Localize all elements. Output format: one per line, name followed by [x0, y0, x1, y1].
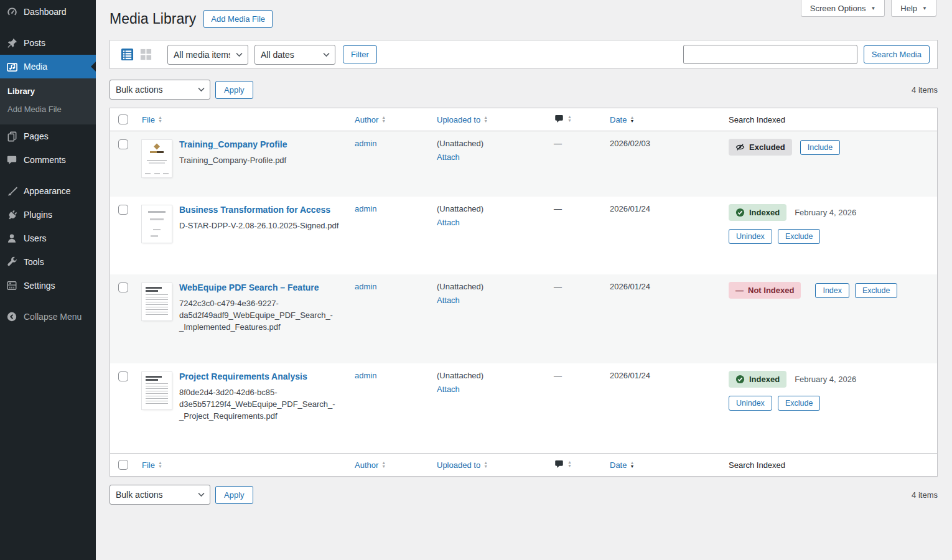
- sidebar-item-tools[interactable]: Tools: [0, 250, 96, 274]
- sort-comments-header[interactable]: ▲▼: [554, 114, 572, 124]
- author-link[interactable]: admin: [355, 282, 376, 291]
- sidebar-item-label: Appearance: [24, 186, 71, 196]
- grid-view-icon[interactable]: [139, 48, 152, 62]
- file-name: 7242c3c0-c479-4e36-9227-da5d2f49adf9_Web…: [142, 297, 346, 333]
- pages-icon: [6, 130, 18, 142]
- comments-icon: [6, 154, 18, 166]
- row-checkbox[interactable]: [118, 282, 128, 292]
- exclude-button[interactable]: Exclude: [855, 283, 897, 298]
- file-thumbnail[interactable]: [142, 205, 172, 243]
- exclude-button[interactable]: Exclude: [778, 396, 820, 411]
- brush-icon: [6, 185, 18, 197]
- sort-comments-header[interactable]: ▲▼: [554, 459, 572, 469]
- sort-date-header[interactable]: Date ▲▼: [610, 460, 634, 470]
- search-input[interactable]: [683, 45, 857, 64]
- author-link[interactable]: admin: [355, 139, 376, 148]
- sidebar-item-posts[interactable]: Posts: [0, 31, 96, 55]
- select-all-checkbox[interactable]: [118, 114, 128, 124]
- file-thumbnail[interactable]: [142, 372, 172, 409]
- sort-arrows-icon: ▲▼: [381, 461, 386, 469]
- sort-author-header[interactable]: Author ▲▼: [355, 460, 386, 470]
- table-footer: File ▲▼ Author ▲▼ Uploaded to ▲▼: [110, 453, 937, 476]
- table-row: Project Requirements Analysis 8f0de2d4-3…: [110, 363, 937, 453]
- row-checkbox[interactable]: [118, 371, 128, 381]
- comments-count: —: [554, 282, 562, 291]
- attach-link[interactable]: Attach: [437, 152, 460, 162]
- unindex-button[interactable]: Unindex: [729, 396, 772, 411]
- date-value: 2026/02/03: [610, 139, 650, 148]
- wrench-icon: [6, 256, 18, 268]
- attach-link[interactable]: Attach: [437, 296, 460, 305]
- sidebar-item-add-media-file[interactable]: Add Media File: [0, 100, 96, 118]
- sort-arrows-icon: ▲▼: [630, 116, 634, 123]
- sort-file-header[interactable]: File ▲▼: [142, 460, 162, 470]
- sidebar-item-plugins[interactable]: Plugins: [0, 203, 96, 226]
- sidebar-item-label: Plugins: [24, 210, 52, 220]
- sort-arrows-icon: ▲▼: [381, 116, 386, 123]
- sidebar-item-settings[interactable]: Settings: [0, 274, 96, 297]
- exclude-button[interactable]: Exclude: [778, 229, 820, 244]
- help-button[interactable]: Help ▼: [891, 0, 936, 17]
- attach-link[interactable]: Attach: [437, 218, 460, 227]
- author-link[interactable]: admin: [355, 204, 376, 213]
- sidebar-item-pages[interactable]: Pages: [0, 124, 96, 148]
- collapse-icon: [6, 310, 18, 323]
- status-badge-indexed: Indexed: [729, 204, 786, 221]
- sidebar-item-label: Media: [24, 62, 47, 72]
- filter-button[interactable]: Filter: [343, 45, 377, 63]
- table-row: WebEquipe PDF Search – Feature 7242c3c0-…: [110, 274, 937, 363]
- sidebar-item-label: Posts: [24, 38, 45, 48]
- sort-author-header[interactable]: Author ▲▼: [355, 115, 386, 124]
- comment-bubble-icon: [554, 459, 564, 469]
- status-badge-excluded: Excluded: [729, 139, 792, 156]
- sidebar-item-collapse-menu[interactable]: Collapse Menu: [0, 305, 96, 329]
- sidebar-item-library[interactable]: Library: [0, 82, 96, 100]
- search-media-button[interactable]: Search Media: [864, 45, 930, 63]
- add-media-file-button[interactable]: Add Media File: [203, 10, 273, 28]
- sidebar-item-users[interactable]: Users: [0, 226, 96, 250]
- media-type-select[interactable]: All media items: [167, 45, 248, 65]
- dash-icon: —: [735, 286, 744, 295]
- sidebar-item-appearance[interactable]: Appearance: [0, 179, 96, 203]
- file-thumbnail[interactable]: [142, 283, 172, 320]
- wordpress-admin: Dashboard Posts Media Library Add Media …: [0, 0, 952, 560]
- file-thumbnail[interactable]: [142, 140, 172, 177]
- sidebar-item-label: Comments: [24, 155, 66, 165]
- file-title-link[interactable]: Training_Company Profile: [179, 139, 287, 149]
- sort-uploaded-to-header[interactable]: Uploaded to ▲▼: [437, 460, 488, 470]
- file-title-link[interactable]: Business Transformation for Access: [179, 205, 330, 215]
- media-library-page: Media Library Add Media File All media i…: [96, 0, 952, 560]
- sort-uploaded-to-header[interactable]: Uploaded to ▲▼: [437, 115, 488, 124]
- include-button[interactable]: Include: [800, 140, 840, 155]
- author-link[interactable]: admin: [355, 371, 376, 380]
- sidebar-item-dashboard[interactable]: Dashboard: [0, 0, 96, 24]
- sort-date-header[interactable]: Date ▲▼: [610, 115, 634, 124]
- apply-button[interactable]: Apply: [215, 81, 253, 99]
- date-select[interactable]: All dates: [254, 45, 335, 65]
- status-badge-not-indexed: — Not Indexed: [729, 282, 801, 299]
- unindex-button[interactable]: Unindex: [729, 229, 772, 244]
- row-checkbox[interactable]: [118, 205, 128, 215]
- select-all-checkbox[interactable]: [118, 460, 128, 470]
- sidebar-item-comments[interactable]: Comments: [0, 148, 96, 172]
- tablenav-bottom: Bulk actions Apply 4 items: [110, 485, 938, 505]
- chevron-down-icon: ▼: [922, 6, 927, 11]
- sidebar-item-label: Users: [24, 233, 47, 243]
- sort-file-header[interactable]: File ▲▼: [142, 115, 162, 124]
- list-view-icon[interactable]: [120, 48, 134, 62]
- index-button[interactable]: Index: [815, 283, 849, 298]
- status-badge-indexed: Indexed: [729, 371, 786, 388]
- eye-off-icon: [735, 142, 745, 152]
- apply-button[interactable]: Apply: [215, 486, 253, 504]
- attach-link[interactable]: Attach: [437, 385, 460, 394]
- row-checkbox[interactable]: [118, 139, 128, 149]
- dashboard-icon: [6, 6, 18, 18]
- sidebar-item-media[interactable]: Media: [0, 55, 96, 78]
- file-title-link[interactable]: Project Requirements Analysis: [179, 371, 307, 381]
- media-list-table: File ▲▼ Author ▲▼ Uploaded to ▲▼: [110, 108, 938, 477]
- bulk-actions-select[interactable]: Bulk actions: [110, 485, 210, 505]
- screen-options-button[interactable]: Screen Options ▼: [801, 0, 885, 17]
- uploaded-to-value: (Unattached): [437, 204, 554, 213]
- bulk-actions-select[interactable]: Bulk actions: [110, 80, 210, 100]
- file-title-link[interactable]: WebEquipe PDF Search – Feature: [179, 282, 319, 292]
